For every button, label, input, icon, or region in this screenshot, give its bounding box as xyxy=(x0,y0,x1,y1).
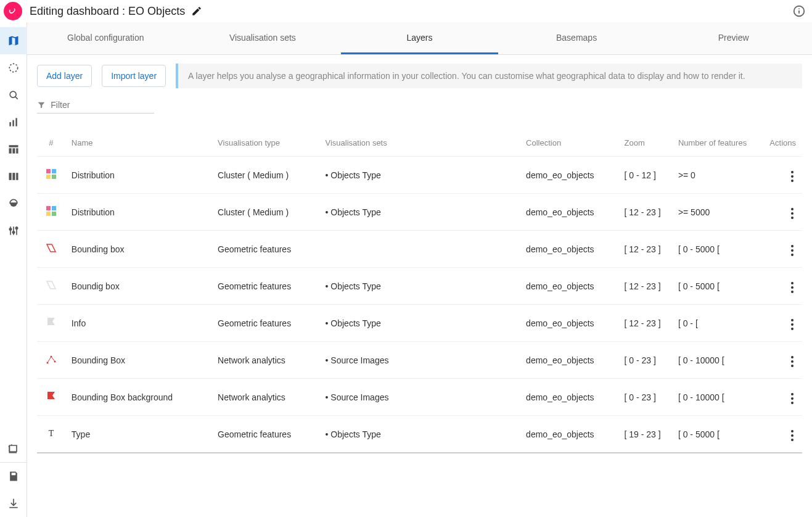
cell-nfeatures: >= 5000 xyxy=(672,194,763,231)
cell-collection: demo_eo_objects xyxy=(520,268,618,305)
poly-red-icon xyxy=(46,242,57,254)
filter-input[interactable] xyxy=(49,99,154,110)
cell-name: Boundig box xyxy=(65,268,211,305)
cell-vtype: Network analytics xyxy=(211,342,319,379)
add-layer-button[interactable]: Add layer xyxy=(37,65,92,87)
sidebar xyxy=(0,0,27,517)
cell-name: Info xyxy=(65,305,211,342)
tab-preview[interactable]: Preview xyxy=(655,22,812,54)
cell-vtype: Geometric features xyxy=(211,416,319,453)
tab-layers[interactable]: Layers xyxy=(341,22,498,54)
cell-vtype: Geometric features xyxy=(211,231,319,268)
table-row[interactable]: Distribution Cluster ( Medium ) • Object… xyxy=(37,157,802,194)
svg-rect-9 xyxy=(9,173,11,180)
sidebar-item-timeline[interactable] xyxy=(0,54,27,81)
sidebar-item-library[interactable] xyxy=(0,435,27,462)
brand-logo[interactable] xyxy=(4,2,22,20)
cell-vtype: Cluster ( Medium ) xyxy=(211,194,319,231)
col-collection: Collection xyxy=(520,130,618,157)
row-actions-menu[interactable] xyxy=(789,428,796,444)
svg-rect-10 xyxy=(12,173,15,180)
col-nfeatures: Number of features xyxy=(672,130,763,157)
cell-nfeatures: [ 0 - 5000 [ xyxy=(672,416,763,453)
svg-point-17 xyxy=(15,227,17,229)
cell-collection: demo_eo_objects xyxy=(520,231,618,268)
cell-vsets: • Source Images xyxy=(319,342,520,379)
edit-title-icon[interactable] xyxy=(191,6,202,17)
cell-nfeatures: [ 0 - 5000 [ xyxy=(672,231,763,268)
poly-gray-icon xyxy=(46,279,57,291)
table-row[interactable]: Info Geometric features • Objects Type d… xyxy=(37,305,802,342)
table-row[interactable]: Bounding Box Network analytics • Source … xyxy=(37,342,802,379)
col-vtype: Visualisation type xyxy=(211,130,319,157)
row-actions-menu[interactable] xyxy=(789,242,796,258)
header: Editing dashboard : EO Objects xyxy=(0,0,812,22)
svg-rect-6 xyxy=(9,122,11,126)
sidebar-item-download[interactable] xyxy=(0,490,27,517)
cell-zoom: [ 12 - 23 ] xyxy=(618,231,672,268)
tab-basemaps[interactable]: Basemaps xyxy=(498,22,655,54)
toolbar: Add layer Import layer A layer helps you… xyxy=(27,55,812,97)
grid-color-icon xyxy=(46,168,57,180)
sidebar-item-map[interactable] xyxy=(0,27,27,54)
cell-collection: demo_eo_objects xyxy=(520,342,618,379)
col-name: Name xyxy=(65,130,211,157)
cell-nfeatures: >= 0 xyxy=(672,157,763,194)
cell-vtype: Geometric features xyxy=(211,305,319,342)
row-actions-menu[interactable] xyxy=(789,279,796,296)
cell-vsets: • Objects Type xyxy=(319,416,520,453)
cell-nfeatures: [ 0 - 5000 [ xyxy=(672,268,763,305)
cell-nfeatures: [ 0 - [ xyxy=(672,305,763,342)
col-idx: # xyxy=(37,130,65,157)
sidebar-item-save[interactable] xyxy=(0,463,27,490)
sidebar-item-analytics[interactable] xyxy=(0,109,27,136)
svg-point-3 xyxy=(9,64,17,72)
cell-zoom: [ 0 - 12 ] xyxy=(618,157,672,194)
svg-rect-7 xyxy=(12,120,14,126)
table-row[interactable]: Bounding box Geometric features demo_eo_… xyxy=(37,231,802,268)
svg-rect-8 xyxy=(15,118,17,126)
sidebar-item-columns[interactable] xyxy=(0,163,27,190)
sidebar-item-table[interactable] xyxy=(0,136,27,163)
cell-vtype: Geometric features xyxy=(211,268,319,305)
sidebar-item-search[interactable] xyxy=(0,81,27,109)
table-row[interactable]: Distribution Cluster ( Medium ) • Object… xyxy=(37,194,802,231)
cell-vsets xyxy=(319,231,520,268)
row-actions-menu[interactable] xyxy=(789,316,796,333)
cell-vsets: • Objects Type xyxy=(319,305,520,342)
cell-name: Bounding Box background xyxy=(65,379,211,416)
cell-vtype: Cluster ( Medium ) xyxy=(211,157,319,194)
filter-icon xyxy=(37,100,46,110)
col-actions: Actions xyxy=(763,130,802,157)
info-icon[interactable] xyxy=(792,4,806,18)
table-row[interactable]: Bounding Box background Network analytic… xyxy=(37,379,802,416)
layers-table: # Name Visualisation type Visualisation … xyxy=(37,130,802,453)
cell-collection: demo_eo_objects xyxy=(520,157,618,194)
sidebar-item-sliders[interactable] xyxy=(0,217,27,244)
cell-collection: demo_eo_objects xyxy=(520,416,618,453)
svg-point-2 xyxy=(798,8,800,9)
row-actions-menu[interactable] xyxy=(789,205,796,221)
tab-global-configuration[interactable]: Global configuration xyxy=(27,22,184,54)
flag-gray-icon xyxy=(46,316,57,328)
cell-name: Type xyxy=(65,416,211,453)
cell-name: Distribution xyxy=(65,194,211,231)
filter-field[interactable] xyxy=(37,99,154,114)
row-actions-menu[interactable] xyxy=(789,354,796,370)
cell-name: Bounding box xyxy=(65,231,211,268)
cell-vtype: Network analytics xyxy=(211,379,319,416)
row-actions-menu[interactable] xyxy=(789,391,796,407)
cell-collection: demo_eo_objects xyxy=(520,305,618,342)
tab-visualisation-sets[interactable]: Visualisation sets xyxy=(184,22,342,54)
cell-vsets: • Objects Type xyxy=(319,157,520,194)
cell-zoom: [ 12 - 23 ] xyxy=(618,268,672,305)
table-row[interactable]: Type Geometric features • Objects Type d… xyxy=(37,416,802,453)
grid-color-icon xyxy=(46,205,57,217)
row-actions-menu[interactable] xyxy=(789,168,796,184)
import-layer-button[interactable]: Import layer xyxy=(102,65,166,87)
page-title: Editing dashboard : EO Objects xyxy=(30,5,185,18)
svg-point-4 xyxy=(10,91,16,97)
sidebar-item-fill[interactable] xyxy=(0,190,27,217)
cell-nfeatures: [ 0 - 10000 [ xyxy=(672,379,763,416)
table-row[interactable]: Boundig box Geometric features • Objects… xyxy=(37,268,802,305)
